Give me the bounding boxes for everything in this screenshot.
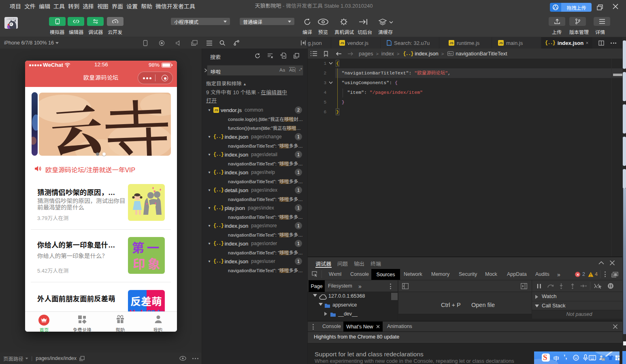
- svg-text:21: 21: [602, 358, 605, 361]
- svg-text:♥: ♥: [153, 189, 155, 193]
- svg-text:寺: 寺: [103, 93, 171, 156]
- svg-text:朋友: 朋友: [147, 307, 164, 311]
- svg-text:第: 第: [132, 238, 145, 256]
- svg-text:人粉丝要嗨: 人粉丝要嗨: [6, 18, 16, 20]
- svg-text:象: 象: [148, 254, 160, 272]
- svg-text:印: 印: [133, 254, 145, 272]
- svg-text:云: 云: [48, 93, 109, 156]
- svg-text:一: 一: [147, 238, 160, 256]
- svg-text:外人: 外人: [128, 307, 146, 311]
- svg-text:♥: ♥: [146, 202, 148, 206]
- svg-text:反差萌: 反差萌: [130, 293, 162, 308]
